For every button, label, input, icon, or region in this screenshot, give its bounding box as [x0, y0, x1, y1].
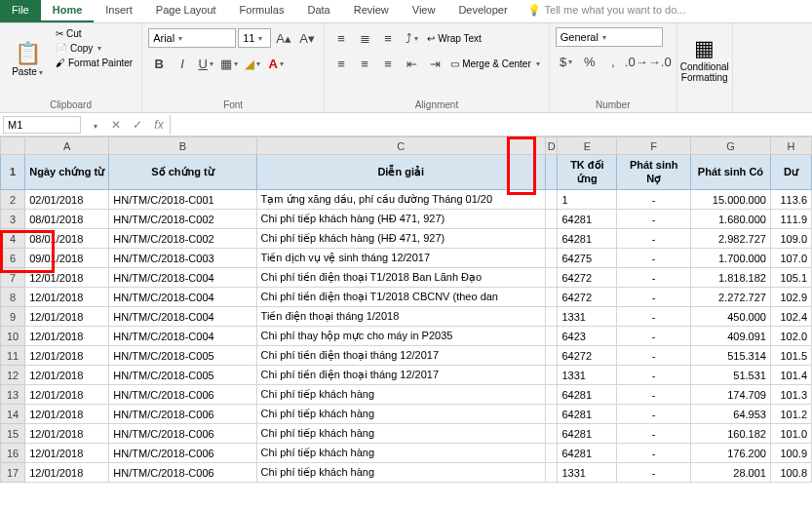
- hdr-d[interactable]: [545, 155, 558, 190]
- cell-credit[interactable]: 450.000: [690, 307, 770, 327]
- cell-credit[interactable]: 2.272.727: [690, 288, 770, 307]
- row-header[interactable]: 16: [1, 444, 25, 463]
- cell-debit[interactable]: -: [617, 268, 691, 288]
- decrease-font-icon[interactable]: A▾: [296, 27, 318, 49]
- cell-acct[interactable]: 6423: [558, 327, 617, 346]
- cell-acct[interactable]: 1331: [558, 307, 617, 327]
- row-header[interactable]: 7: [1, 268, 25, 288]
- tab-formulas[interactable]: Formulas: [228, 0, 296, 22]
- cell-d[interactable]: [545, 385, 558, 405]
- enter-formula-icon[interactable]: ✓: [127, 118, 148, 132]
- tab-data[interactable]: Data: [295, 0, 341, 22]
- copy-button[interactable]: 📄Copy: [53, 42, 135, 55]
- cell-acct[interactable]: 64281: [558, 444, 617, 463]
- table-row[interactable]: 1512/01/2018HN/TM/C/2018-C006Chi phí tiế…: [1, 424, 812, 444]
- table-row[interactable]: 912/01/2018HN/TM/C/2018-C004Tiền điện th…: [1, 307, 812, 327]
- cell-docno[interactable]: HN/TM/C/2018-C006: [109, 424, 256, 444]
- table-row[interactable]: 202/01/2018HN/TM/C/2018-C001Tạm ứng xăng…: [1, 190, 812, 210]
- cut-button[interactable]: ✂Cut: [53, 27, 135, 40]
- merge-center-button[interactable]: ▭Merge & Center: [447, 58, 543, 70]
- tab-developer[interactable]: Developer: [446, 0, 519, 22]
- table-row[interactable]: 1612/01/2018HN/TM/C/2018-C006Chi phí tiế…: [1, 444, 812, 463]
- cell-desc[interactable]: Chi phí thay hộp mực cho máy in P2035: [256, 327, 545, 346]
- hdr-debit[interactable]: Phát sinh Nợ: [617, 155, 691, 190]
- cell-acct[interactable]: 1331: [558, 366, 617, 385]
- cell-credit[interactable]: 515.314: [690, 346, 770, 366]
- tab-view[interactable]: View: [401, 0, 447, 22]
- hdr-acct[interactable]: TK đối ứng: [558, 155, 617, 190]
- row-header-1[interactable]: 1: [1, 155, 25, 190]
- cell-debit[interactable]: -: [617, 327, 691, 346]
- cell-docno[interactable]: HN/TM/C/2018-C006: [109, 405, 256, 424]
- percent-format-icon[interactable]: %: [579, 51, 600, 72]
- hdr-bal[interactable]: Dư: [770, 155, 811, 190]
- cell-docno[interactable]: HN/TM/C/2018-C005: [109, 366, 256, 385]
- row-header[interactable]: 9: [1, 307, 25, 327]
- cell-docno[interactable]: HN/TM/C/2018-C002: [109, 229, 256, 249]
- cell-desc[interactable]: Chi phí tiền điện thoại T1/2018 Ban Lãnh…: [256, 268, 545, 288]
- format-painter-button[interactable]: 🖌Format Painter: [53, 57, 135, 69]
- cell-d[interactable]: [545, 190, 558, 210]
- cell-docno[interactable]: HN/TM/C/2018-C004: [109, 307, 256, 327]
- cell-balance[interactable]: 101.5: [770, 346, 811, 366]
- tab-file[interactable]: File: [0, 0, 41, 22]
- cell-d[interactable]: [545, 346, 558, 366]
- cell-balance[interactable]: 102.0: [770, 327, 811, 346]
- cell-credit[interactable]: 64.953: [690, 405, 770, 424]
- cell-balance[interactable]: 102.9: [770, 288, 811, 307]
- cell-debit[interactable]: -: [617, 444, 691, 463]
- number-format-select[interactable]: General: [556, 27, 663, 47]
- cell-debit[interactable]: -: [617, 249, 691, 268]
- cell-desc[interactable]: Tiền điện thoại tháng 1/2018: [256, 307, 545, 327]
- cell-docno[interactable]: HN/TM/C/2018-C001: [109, 190, 256, 210]
- cell-balance[interactable]: 107.0: [770, 249, 811, 268]
- cell-acct[interactable]: 64281: [558, 405, 617, 424]
- font-name-select[interactable]: Arial: [148, 28, 236, 48]
- cell-date[interactable]: 12/01/2018: [25, 444, 109, 463]
- table-row[interactable]: 1312/01/2018HN/TM/C/2018-C006Chi phí tiế…: [1, 385, 812, 405]
- tab-page-layout[interactable]: Page Layout: [144, 0, 228, 22]
- cell-balance[interactable]: 101.3: [770, 385, 811, 405]
- row-header[interactable]: 6: [1, 249, 25, 268]
- align-right-icon[interactable]: ≡: [377, 53, 399, 74]
- row-header[interactable]: 8: [1, 288, 25, 307]
- cell-d[interactable]: [545, 327, 558, 346]
- cell-docno[interactable]: HN/TM/C/2018-C005: [109, 346, 256, 366]
- cell-acct[interactable]: 64275: [558, 249, 617, 268]
- row-header[interactable]: 11: [1, 346, 25, 366]
- cell-debit[interactable]: -: [617, 385, 691, 405]
- table-row[interactable]: 1212/01/2018HN/TM/C/2018-C005Chi phí tiề…: [1, 366, 812, 385]
- col-D[interactable]: D: [545, 137, 558, 155]
- row-header[interactable]: 3: [1, 210, 25, 229]
- cell-date[interactable]: 09/01/2018: [25, 249, 109, 268]
- increase-decimal-icon[interactable]: .0→: [626, 51, 647, 72]
- cell-debit[interactable]: -: [617, 463, 691, 483]
- cell-balance[interactable]: 102.4: [770, 307, 811, 327]
- cell-acct[interactable]: 64281: [558, 385, 617, 405]
- col-B[interactable]: B: [109, 137, 256, 155]
- table-row[interactable]: 609/01/2018HN/TM/C/2018-C003Tiền dịch vụ…: [1, 249, 812, 268]
- font-color-button[interactable]: A: [265, 53, 287, 74]
- cell-credit[interactable]: 176.200: [690, 444, 770, 463]
- cell-debit[interactable]: -: [617, 346, 691, 366]
- cell-desc[interactable]: Tạm ứng xăng dầu, phí cầu đường Tháng 01…: [256, 190, 545, 210]
- align-middle-icon[interactable]: ≣: [354, 27, 375, 49]
- col-G[interactable]: G: [690, 137, 770, 155]
- cell-acct[interactable]: 64281: [558, 424, 617, 444]
- cell-acct[interactable]: 64272: [558, 288, 617, 307]
- cell-desc[interactable]: Chi phí tiếp khách hàng: [256, 405, 545, 424]
- cell-docno[interactable]: HN/TM/C/2018-C004: [109, 288, 256, 307]
- cell-d[interactable]: [545, 210, 558, 229]
- cell-acct[interactable]: 1: [558, 190, 617, 210]
- select-all-corner[interactable]: [1, 137, 25, 155]
- row-header[interactable]: 14: [1, 405, 25, 424]
- cell-d[interactable]: [545, 424, 558, 444]
- cell-balance[interactable]: 100.9: [770, 444, 811, 463]
- cell-docno[interactable]: HN/TM/C/2018-C006: [109, 385, 256, 405]
- paste-button[interactable]: 📋 Paste: [6, 27, 49, 92]
- underline-button[interactable]: U: [195, 53, 216, 74]
- cell-debit[interactable]: -: [617, 210, 691, 229]
- cell-d[interactable]: [545, 249, 558, 268]
- col-E[interactable]: E: [558, 137, 617, 155]
- table-row[interactable]: 408/01/2018HN/TM/C/2018-C002Chi phí tiếp…: [1, 229, 812, 249]
